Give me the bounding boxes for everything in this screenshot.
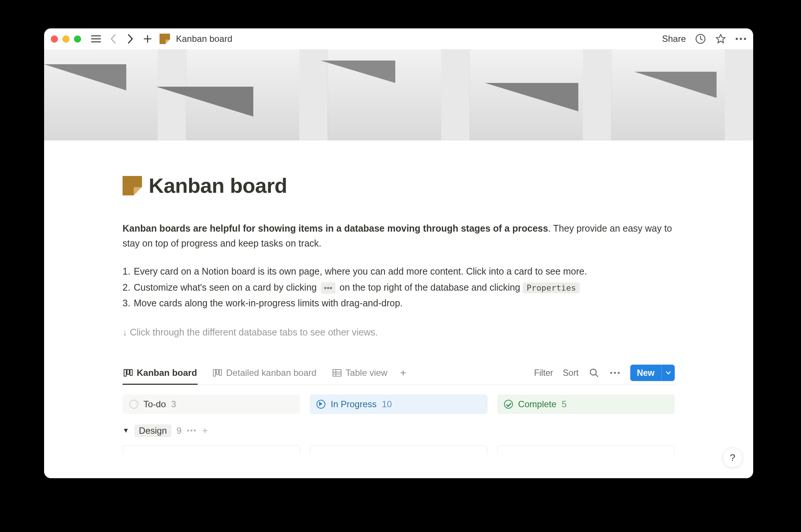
group-tag[interactable]: Design [134, 424, 171, 437]
list-segment: Customize what's seen on a card by click… [134, 282, 317, 293]
svg-rect-8 [216, 369, 219, 374]
card-row [123, 445, 675, 454]
hint-text[interactable]: ↓ Click through the different database t… [123, 327, 675, 338]
column-count: 5 [562, 399, 566, 409]
board-icon [123, 368, 133, 378]
database-view-tabs: Kanban board Detailed kanban board Table… [123, 362, 675, 385]
tab-detailed-kanban[interactable]: Detailed kanban board [212, 362, 317, 384]
column-count: 3 [171, 399, 176, 409]
kanban-card[interactable] [310, 445, 487, 454]
board-icon [213, 368, 222, 378]
page-title[interactable]: Kanban board [149, 173, 287, 198]
list-item[interactable]: 1. Every card on a Notion board is its o… [123, 263, 675, 279]
database-actions: Filter Sort New [534, 365, 675, 381]
instruction-list: 1. Every card on a Notion board is its o… [123, 263, 675, 311]
filter-button[interactable]: Filter [534, 368, 553, 378]
nav-forward-button[interactable] [123, 31, 138, 46]
svg-rect-7 [213, 369, 216, 376]
column-label: In Progress [331, 399, 377, 409]
tab-label: Detailed kanban board [226, 368, 316, 378]
share-button[interactable]: Share [662, 34, 686, 44]
intro-paragraph[interactable]: Kanban boards are helpful for showing it… [123, 221, 675, 251]
database-more-icon[interactable] [609, 367, 621, 378]
column-label: Complete [518, 399, 557, 409]
list-text: Every card on a Notion board is its own … [134, 263, 587, 279]
column-header-complete[interactable]: Complete 5 [497, 395, 675, 414]
list-number: 3. [123, 295, 134, 311]
list-number: 2. [123, 279, 134, 296]
svg-point-13 [614, 372, 616, 374]
group-more-icon[interactable]: ••• [187, 426, 197, 435]
page-icon[interactable] [123, 176, 142, 195]
nav-back-button[interactable] [106, 31, 121, 46]
tab-kanban-board[interactable]: Kanban board [123, 362, 198, 384]
list-text: Move cards along the work-in-progress li… [134, 295, 403, 311]
svg-rect-4 [124, 369, 126, 376]
intro-bold: Kanban boards are helpful for showing it… [123, 223, 548, 233]
status-todo-icon [129, 400, 138, 409]
updates-icon[interactable] [695, 33, 706, 44]
svg-point-14 [618, 372, 619, 374]
search-icon[interactable] [588, 367, 600, 378]
svg-point-2 [740, 38, 742, 40]
favorite-icon[interactable] [715, 33, 726, 44]
page-content: Kanban board Kanban boards are helpful f… [44, 173, 753, 454]
more-icon[interactable] [735, 33, 746, 44]
topbar-actions: Share [662, 33, 746, 44]
svg-rect-10 [333, 369, 341, 376]
svg-point-3 [744, 38, 746, 40]
help-button[interactable]: ? [723, 448, 743, 468]
svg-rect-5 [127, 369, 129, 374]
list-segment: on the top right of the database and cli… [340, 282, 520, 293]
page-header: Kanban board [123, 173, 675, 198]
new-page-button[interactable] [140, 31, 155, 46]
ellipsis-chip-icon: ••• [321, 282, 335, 294]
close-window-button[interactable] [51, 35, 58, 43]
properties-code-chip: Properties [523, 282, 579, 293]
maximize-window-button[interactable] [74, 35, 81, 43]
chevron-down-icon[interactable] [661, 365, 675, 381]
svg-rect-9 [219, 369, 222, 375]
topbar: Kanban board Share [44, 28, 753, 49]
status-in-progress-icon [316, 400, 325, 409]
list-number: 1. [123, 263, 134, 279]
tab-label: Table view [346, 368, 387, 378]
new-record-button[interactable]: New [630, 365, 675, 381]
column-header-in-progress[interactable]: In Progress 10 [310, 395, 487, 414]
table-icon [332, 368, 342, 378]
group-add-button[interactable]: + [202, 425, 208, 436]
kanban-card[interactable] [123, 445, 300, 454]
cover-image[interactable] [44, 49, 753, 140]
svg-rect-6 [130, 369, 132, 375]
column-label: To-do [143, 399, 166, 409]
kanban-card[interactable] [497, 445, 675, 454]
add-view-button[interactable]: + [400, 367, 406, 379]
tab-label: Kanban board [137, 368, 197, 378]
svg-point-1 [736, 38, 738, 40]
svg-point-12 [610, 372, 612, 374]
group-collapse-toggle[interactable]: ▼ [123, 427, 129, 434]
group-count: 9 [177, 426, 182, 436]
tab-table-view[interactable]: Table view [331, 362, 388, 384]
sidebar-toggle-button[interactable] [89, 31, 103, 46]
minimize-window-button[interactable] [62, 35, 69, 43]
group-header: ▼ Design 9 ••• + [123, 424, 675, 437]
list-item[interactable]: 2. Customize what's seen on a card by cl… [123, 279, 675, 296]
kanban-column-headers: To-do 3 In Progress 10 Complete 5 [123, 395, 675, 414]
list-item[interactable]: 3. Move cards along the work-in-progress… [123, 295, 675, 311]
breadcrumb-title[interactable]: Kanban board [176, 34, 232, 44]
status-complete-icon [504, 400, 513, 409]
window-controls [51, 35, 81, 43]
new-button-label: New [630, 368, 661, 378]
column-header-todo[interactable]: To-do 3 [123, 395, 300, 414]
list-text: Customize what's seen on a card by click… [134, 279, 580, 296]
page-icon-small [160, 34, 170, 44]
column-count: 10 [382, 399, 392, 409]
sort-button[interactable]: Sort [563, 368, 579, 378]
app-window: Kanban board Share Kanban board Kan [44, 28, 753, 478]
